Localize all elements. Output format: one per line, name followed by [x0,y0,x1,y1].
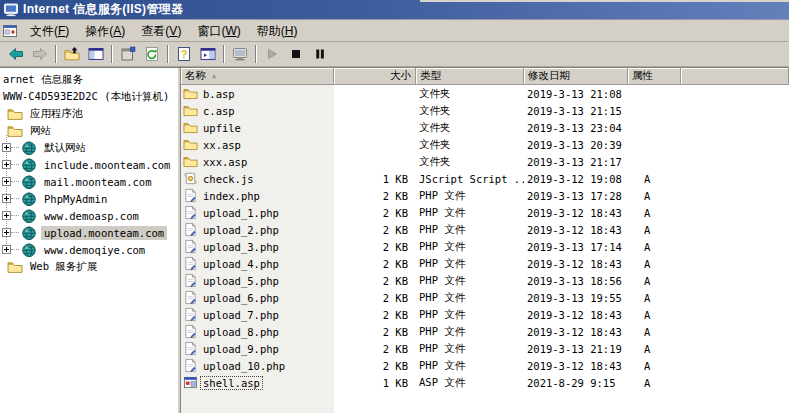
file-name[interactable]: upload_4.php [201,258,281,270]
tree-item-label: www.demoasp.com [41,209,142,223]
tree-item-www-demoasp-com[interactable]: www.demoasp.com [0,207,177,224]
forward-button[interactable] [28,43,52,65]
file-name[interactable]: index.php [201,190,262,202]
file-modified-cell: 2019-3-12 18:43 [524,258,628,270]
file-name[interactable]: check.js [201,173,256,185]
file-modified-cell: 2019-3-13 17:28 [524,190,628,202]
menu-item-window[interactable]: 窗口(W) [189,21,248,41]
file-type-cell: PHP 文件 [416,240,524,254]
tree-item-internet-information-services[interactable]: arnet 信息服务 [0,71,177,88]
tree-item-local-computer[interactable]: WWW-C4D593E2D2C (本地计算机) [0,88,177,105]
file-name[interactable]: upload_6.php [201,292,281,304]
back-button[interactable] [4,43,28,65]
file-name[interactable]: upload_5.php [201,275,281,287]
file-name[interactable]: xx.asp [201,139,243,151]
tree-item-web-sites[interactable]: 网站 [0,122,177,139]
file-name[interactable]: upload_7.php [201,309,281,321]
properties-button[interactable] [116,43,140,65]
tree-item-upload-moonteam-com[interactable]: upload.moonteam.com [0,224,177,241]
tree-item-include-moonteam-com[interactable]: include.moonteam.com [0,156,177,173]
file-name[interactable]: upload_8.php [201,326,281,338]
up-folder-button[interactable] [60,43,84,65]
column-header-modified[interactable]: 修改日期 [524,68,628,85]
file-name[interactable]: shell.asp [201,377,262,389]
expand-toggle-icon[interactable] [2,211,11,220]
file-name[interactable]: c.asp [201,105,237,117]
globe-icon [21,140,37,156]
menu-item-help[interactable]: 帮助(H) [249,21,306,41]
expand-toggle-icon[interactable] [2,143,11,152]
file-row[interactable]: upfile文件夹2019-3-13 23:04 [181,119,789,136]
file-name[interactable]: upload_2.php [201,224,281,236]
file-name[interactable]: upload_9.php [201,343,281,355]
computer-button[interactable] [228,43,252,65]
column-header-filler[interactable] [681,68,789,85]
file-row[interactable]: upload_9.php2 KBPHP 文件2019-3-13 21:19A [181,340,789,357]
menu-item-action[interactable]: 操作(A) [77,21,133,41]
expand-toggle-icon[interactable] [2,228,11,237]
tree-item-phpmyadmin[interactable]: PhpMyAdmin [0,190,177,207]
console-window-icon[interactable] [2,23,18,39]
column-header-size[interactable]: 大小 [334,68,416,85]
play-icon [264,46,280,62]
stop-site-button[interactable] [284,43,308,65]
file-name[interactable]: upload_10.php [201,360,287,372]
folder-icon [7,106,23,122]
expand-toggle-icon[interactable] [2,194,11,203]
column-header-type[interactable]: 类型 [416,68,524,85]
title-bar[interactable]: Internet 信息服务(IIS)管理器 [0,0,789,20]
file-row[interactable]: c.asp文件夹2019-3-13 21:15 [181,102,789,119]
tree-item-application-pools[interactable]: 应用程序池 [0,105,177,122]
file-row[interactable]: index.php2 KBPHP 文件2019-3-13 17:28A [181,187,789,204]
sort-ascending-icon: ▲ [212,72,216,80]
file-row[interactable]: shell.asp1 KBASP 文件2021-8-29 9:15A [181,374,789,391]
file-size-cell: 2 KB [334,275,416,287]
column-header-name[interactable]: 名称▲ [181,68,334,85]
file-row[interactable]: upload_1.php2 KBPHP 文件2019-3-12 18:43A [181,204,789,221]
tree-connector [11,232,19,233]
file-row[interactable]: upload_7.php2 KBPHP 文件2019-3-12 18:43A [181,306,789,323]
php-file-icon [183,273,198,288]
tree-item-www-demoqiye-com[interactable]: www.demoqiye.com [0,241,177,258]
file-name-cell: xx.asp [181,137,334,152]
tree-item-mail-moonteam-com[interactable]: mail.moonteam.com [0,173,177,190]
file-row[interactable]: check.js1 KBJScript Script ...2019-3-12 … [181,170,789,187]
file-row[interactable]: xxx.asp文件夹2019-3-13 21:17 [181,153,789,170]
php-file-icon [183,341,198,356]
asp-file-icon [183,375,198,390]
tree-item-web-service-extensions[interactable]: Web 服务扩展 [0,258,177,275]
tree-item-label: WWW-C4D593E2D2C (本地计算机) [0,89,172,105]
tree-connector [11,181,19,182]
file-row[interactable]: upload_8.php2 KBPHP 文件2019-3-12 18:43A [181,323,789,340]
file-row[interactable]: upload_10.php2 KBPHP 文件2019-3-12 18:43A [181,357,789,374]
help-button[interactable] [172,43,196,65]
expand-toggle-icon[interactable] [2,245,11,254]
menu-item-view[interactable]: 查看(V) [133,21,189,41]
file-row[interactable]: upload_5.php2 KBPHP 文件2019-3-13 18:56A [181,272,789,289]
file-row[interactable]: upload_4.php2 KBPHP 文件2019-3-12 18:43A [181,255,789,272]
file-row[interactable]: upload_2.php2 KBPHP 文件2019-3-12 18:43A [181,221,789,238]
expand-toggle-icon[interactable] [2,177,11,186]
file-name[interactable]: upfile [201,122,243,134]
tree-item-default-web-site[interactable]: 默认网站 [0,139,177,156]
file-name[interactable]: upload_1.php [201,207,281,219]
file-row[interactable]: xx.asp文件夹2019-3-13 20:39 [181,136,789,153]
file-name[interactable]: xxx.asp [201,156,249,168]
file-row[interactable]: b.asp文件夹2019-3-13 21:08 [181,85,789,102]
file-name[interactable]: upload_3.php [201,241,281,253]
refresh-button[interactable] [140,43,164,65]
file-name[interactable]: b.asp [201,88,237,100]
start-site-button[interactable] [260,43,284,65]
file-type-cell: 文件夹 [416,155,524,169]
file-row[interactable]: upload_6.php2 KBPHP 文件2019-3-13 19:55A [181,289,789,306]
show-detail-pane-button[interactable] [196,43,220,65]
expand-toggle-icon[interactable] [2,160,11,169]
menu-item-file[interactable]: 文件(F) [22,21,77,41]
folder-icon [183,86,198,101]
show-console-tree-button[interactable] [84,43,108,65]
file-row[interactable]: upload_3.php2 KBPHP 文件2019-3-13 17:14A [181,238,789,255]
background-window-edge [420,0,789,2]
pause-site-button[interactable] [308,43,332,65]
column-header-attr[interactable]: 属性 [628,68,681,85]
file-type-cell: PHP 文件 [416,206,524,220]
